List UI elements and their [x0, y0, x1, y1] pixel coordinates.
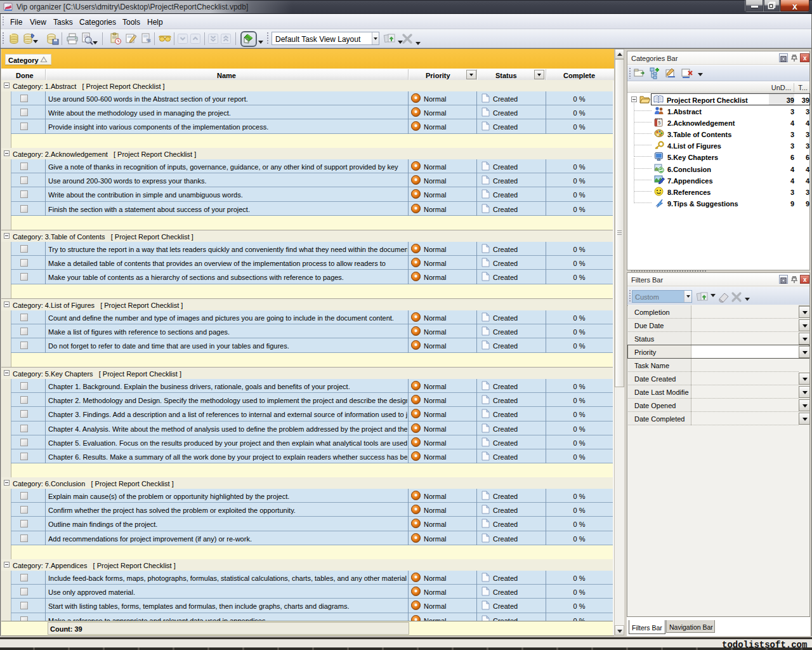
svg-text:5: 5 — [658, 121, 661, 125]
